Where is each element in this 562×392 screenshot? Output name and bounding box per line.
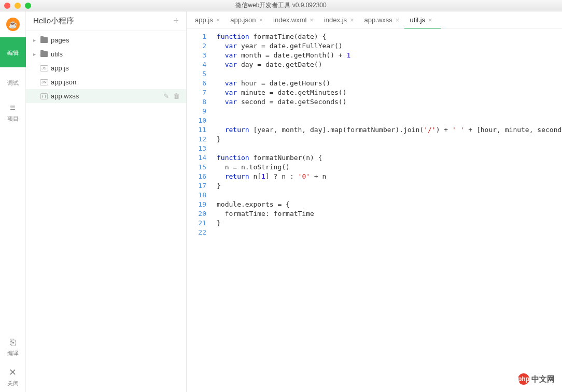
tab-label: index.js [324, 16, 347, 24]
tab-label: util.js [410, 16, 425, 24]
editor-tabs: app.js×app.json×index.wxml×index.js×app.… [187, 11, 562, 29]
code-editor[interactable]: 12345678910111213141516171819202122 func… [187, 29, 562, 392]
activity-bar: ☕ 编辑调试≡项目 ⎘编译✕关闭 [0, 11, 26, 392]
add-file-button[interactable]: + [173, 16, 179, 26]
titlebar: 微信web开发者工具 v0.9.092300 [0, 0, 562, 11]
folder-row[interactable]: ▸utils [26, 47, 186, 61]
file-row[interactable]: JNapp.json [26, 75, 186, 89]
chevron-right-icon: ▸ [33, 51, 39, 57]
file-badge: JS [39, 65, 49, 71]
tab-label: app.json [230, 16, 256, 24]
file-tree: ▸pages▸utilsJSapp.jsJNapp.json{ }app.wxs… [26, 31, 186, 392]
tab-label: app.wxss [364, 16, 392, 24]
rail-compile[interactable]: ⎘编译 [0, 332, 26, 362]
close-tab-icon[interactable]: × [216, 16, 220, 24]
chevron-right-icon: ▸ [33, 37, 39, 43]
code-line: formatTime: formatTime [217, 209, 562, 219]
app-logo: ☕ [0, 11, 26, 37]
rail-label: 关闭 [7, 380, 19, 387]
rail-project[interactable]: ≡项目 [0, 97, 26, 127]
code-line: } [217, 181, 562, 191]
editor-pane: app.js×app.json×index.wxml×index.js×app.… [187, 11, 562, 392]
code-line [217, 144, 562, 153]
code-line [217, 69, 562, 79]
file-name: utils [51, 50, 186, 58]
code-line: var hour = date.getHours() [217, 79, 562, 88]
code-line: } [217, 219, 562, 228]
close-tab-icon[interactable]: × [350, 16, 354, 24]
close-tab-icon[interactable]: × [259, 16, 263, 24]
close-tab-icon[interactable]: × [310, 16, 314, 24]
code-line [217, 228, 562, 237]
minimize-window-button[interactable] [15, 3, 21, 9]
delete-icon[interactable]: 🗑 [173, 92, 180, 100]
edit-icon[interactable]: ✎ [163, 92, 169, 100]
tab-label: app.js [195, 16, 213, 24]
code-line [217, 107, 562, 116]
code-line: return [year, month, day].map(formatNumb… [217, 125, 562, 135]
code-line: function formatNumber(n) { [217, 153, 562, 163]
editor-tab[interactable]: util.js× [404, 11, 440, 29]
project-title: Hello小程序 [33, 16, 74, 26]
rail-label: 编译 [7, 350, 19, 357]
close-tab-icon[interactable]: × [396, 16, 400, 24]
file-name: pages [51, 36, 186, 44]
editor-tab[interactable]: app.js× [190, 11, 225, 29]
window-controls [4, 3, 31, 9]
watermark-text: 中文网 [531, 374, 555, 384]
code-line: var month = date.getMonth() + 1 [217, 51, 562, 60]
folder-icon [39, 51, 49, 57]
code-line: function formatTime(date) { [217, 32, 562, 41]
folder-row[interactable]: ▸pages [26, 33, 186, 47]
code-line: var second = date.getSeconds() [217, 97, 562, 107]
rail-edit[interactable]: 编辑 [0, 37, 26, 67]
code-line: n = n.toString() [217, 163, 562, 172]
project-header: Hello小程序 + [26, 11, 186, 31]
watermark: php 中文网 [518, 373, 555, 385]
close-window-button[interactable] [4, 3, 10, 9]
file-explorer: Hello小程序 + ▸pages▸utilsJSapp.jsJNapp.jso… [26, 11, 187, 392]
file-badge: JN [39, 79, 49, 85]
watermark-badge: php [518, 373, 529, 385]
rail-label: 编辑 [7, 49, 19, 57]
rail-icon: ≡ [10, 103, 16, 113]
rail-debug[interactable]: 调试 [0, 67, 26, 97]
rail-icon: ⎘ [10, 337, 16, 348]
code-line: return n[1] ? n : '0' + n [217, 172, 562, 181]
editor-tab[interactable]: app.json× [225, 11, 268, 29]
zoom-window-button[interactable] [25, 3, 31, 9]
code-content[interactable]: function formatTime(date) { var year = d… [212, 29, 562, 392]
close-tab-icon[interactable]: × [428, 16, 432, 24]
code-line: module.exports = { [217, 200, 562, 209]
code-line [217, 191, 562, 200]
file-name: app.js [51, 64, 186, 72]
cup-icon: ☕ [6, 18, 20, 31]
code-line: var day = date.getDate() [217, 60, 562, 69]
window-title: 微信web开发者工具 v0.9.092300 [0, 1, 562, 10]
folder-icon [39, 37, 49, 43]
rail-label: 项目 [7, 115, 19, 123]
rail-icon: ✕ [9, 367, 17, 378]
editor-tab[interactable]: app.wxss× [359, 11, 405, 29]
rail-label: 调试 [7, 79, 19, 87]
editor-tab[interactable]: index.wxml× [268, 11, 319, 29]
code-line: var minute = date.getMinutes() [217, 88, 562, 97]
file-badge: { } [39, 93, 49, 99]
line-gutter: 12345678910111213141516171819202122 [187, 29, 212, 392]
editor-tab[interactable]: index.js× [319, 11, 359, 29]
code-line: var year = date.getFullYear() [217, 41, 562, 51]
rail-close[interactable]: ✕关闭 [0, 362, 26, 392]
file-row[interactable]: JSapp.js [26, 61, 186, 75]
tab-label: index.wxml [273, 16, 306, 24]
code-line [217, 116, 562, 125]
file-name: app.json [51, 78, 186, 86]
code-line: } [217, 135, 562, 144]
file-name: app.wxss [51, 92, 163, 100]
file-row[interactable]: { }app.wxss✎🗑 [26, 89, 186, 103]
